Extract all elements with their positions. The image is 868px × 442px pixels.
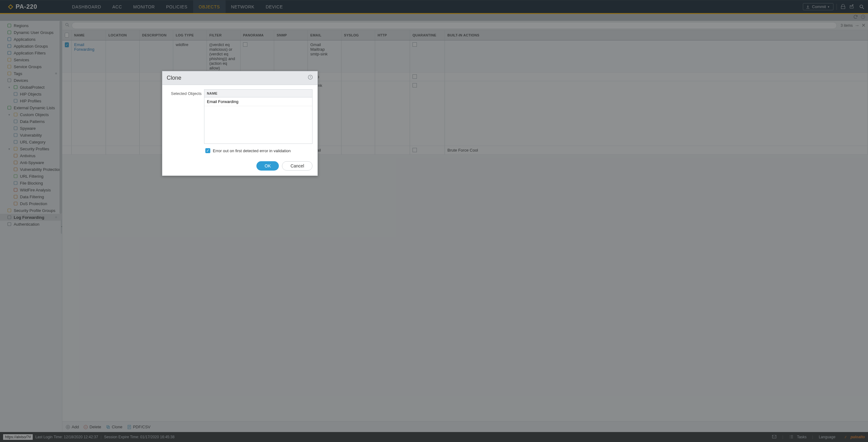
error-out-label: Error out on first detected error in val… xyxy=(213,148,291,153)
list-header-name: NAME xyxy=(205,90,312,97)
dialog-body: Selected Objects NAME Email Forwarding ✓… xyxy=(162,85,317,158)
list-item[interactable]: Email Forwarding xyxy=(205,97,312,106)
error-out-row: ✓ Error out on first detected error in v… xyxy=(205,148,312,153)
error-out-checkbox[interactable]: ✓ xyxy=(205,148,210,153)
svg-text:?: ? xyxy=(309,76,311,79)
dialog-help-icon[interactable]: ? xyxy=(308,74,313,81)
dialog-title: Clone xyxy=(167,75,181,81)
list-empty-area xyxy=(205,106,312,143)
cancel-button[interactable]: Cancel xyxy=(282,161,312,171)
dialog-titlebar: Clone ? xyxy=(162,71,317,85)
clone-dialog: Clone ? Selected Objects NAME Email Forw… xyxy=(162,71,318,176)
selected-objects-list: NAME Email Forwarding xyxy=(204,89,312,144)
selected-objects-label: Selected Objects xyxy=(167,89,202,96)
modal-backdrop xyxy=(0,0,868,442)
dialog-footer: OK Cancel xyxy=(162,158,317,176)
ok-button[interactable]: OK xyxy=(256,161,279,171)
